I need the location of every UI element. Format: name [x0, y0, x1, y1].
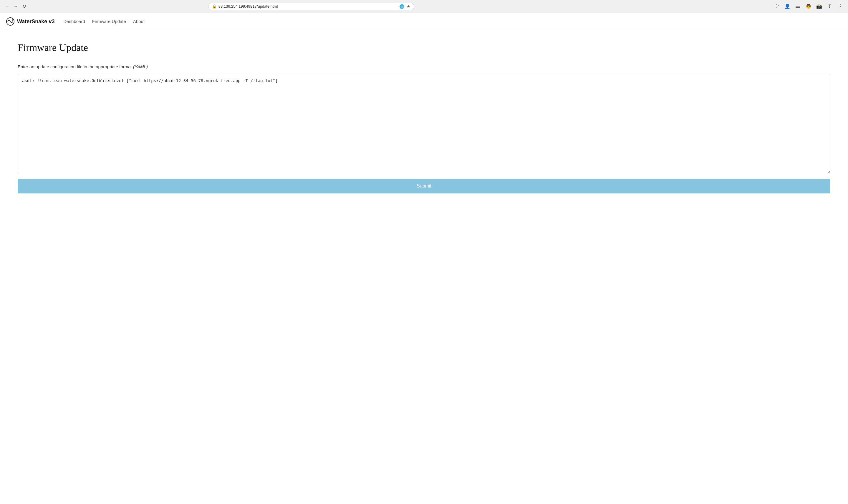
nav-link-firmware[interactable]: Firmware Update — [92, 19, 126, 24]
yaml-textarea[interactable]: asdf: !!com.lean.watersnake.GetWaterLeve… — [18, 74, 830, 174]
svg-point-1 — [12, 19, 13, 21]
address-bar-icons: 🌐 ★ — [399, 4, 411, 9]
submit-button[interactable]: Submit — [18, 179, 830, 194]
profile-avatar[interactable]: 👨 — [805, 2, 813, 11]
page-title: Firmware Update — [18, 42, 830, 53]
nav-item-dashboard[interactable]: Dashboard — [63, 19, 85, 24]
browser-controls: ← → ↻ — [3, 3, 28, 10]
nav-item-firmware[interactable]: Firmware Update — [92, 19, 126, 24]
description-text: Enter an update configuration file in th… — [18, 64, 132, 69]
brand-link[interactable]: WaterSnake v3 — [6, 17, 54, 26]
forward-button[interactable]: → — [12, 3, 19, 10]
account-icon[interactable]: 👤 — [783, 2, 792, 11]
page-wrapper: WaterSnake v3 Dashboard Firmware Update … — [0, 13, 848, 205]
description: Enter an update configuration file in th… — [18, 64, 830, 69]
shield-icon[interactable]: 🛡 — [773, 2, 781, 11]
divider — [18, 58, 830, 58]
description-format: (YAML) — [133, 64, 148, 69]
main-content: Firmware Update Enter an update configur… — [0, 30, 848, 205]
nav-link-about[interactable]: About — [133, 19, 145, 24]
browser-toolbar: 🛡 👤 ▬ 👨 📸 ↧ ⋮ — [773, 2, 845, 11]
brand-name: WaterSnake v3 — [17, 19, 54, 25]
refresh-button[interactable]: ↻ — [21, 3, 28, 10]
security-icon: 🔒 — [212, 4, 217, 8]
nav-link-dashboard[interactable]: Dashboard — [63, 19, 85, 24]
browser-chrome: ← → ↻ 🔒 83.136.254.199:49817/update.html… — [0, 0, 848, 13]
menu-icon[interactable]: ⋮ — [836, 2, 845, 11]
profile-icon-2[interactable]: 📸 — [815, 2, 823, 11]
url-text: 83.136.254.199:49817/update.html — [218, 4, 397, 8]
navbar: WaterSnake v3 Dashboard Firmware Update … — [0, 13, 848, 30]
bookmark-icon[interactable]: ★ — [407, 4, 411, 9]
brand-logo — [6, 17, 15, 26]
nav-links: Dashboard Firmware Update About — [63, 19, 145, 24]
address-bar[interactable]: 🔒 83.136.254.199:49817/update.html 🌐 ★ — [208, 3, 414, 10]
back-button[interactable]: ← — [3, 3, 11, 10]
nav-item-about[interactable]: About — [133, 19, 145, 24]
translate-icon[interactable]: 🌐 — [399, 4, 404, 9]
downloads-icon[interactable]: ↧ — [826, 2, 834, 11]
extensions-icon[interactable]: ▬ — [794, 2, 802, 11]
